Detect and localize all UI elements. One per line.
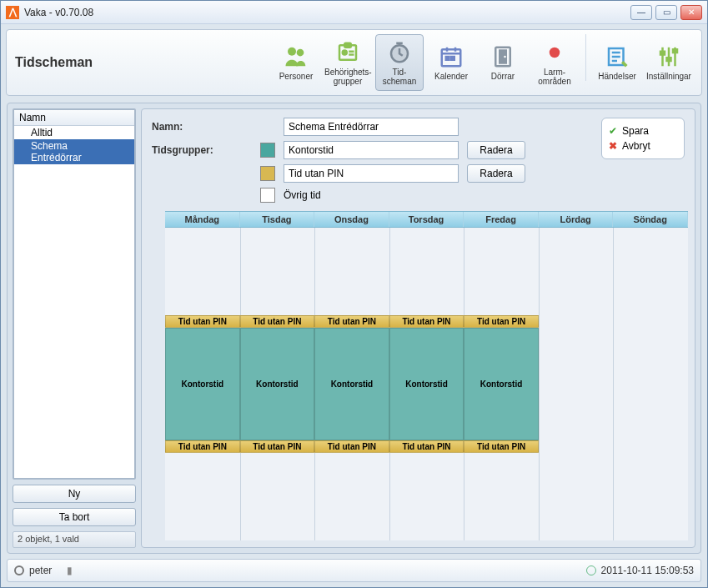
group2-input[interactable]	[284, 164, 459, 183]
block-pin[interactable]: Tid utan PIN	[165, 315, 240, 328]
color-swatch-2	[260, 166, 275, 181]
block-pin[interactable]: Tid utan PIN	[464, 315, 539, 328]
color-swatch-1	[260, 143, 275, 158]
maximize-button[interactable]: ▭	[655, 5, 677, 20]
server-icon: ▮	[67, 565, 73, 576]
delete-group1-button[interactable]: Radera	[467, 141, 525, 159]
block-pin[interactable]: Tid utan PIN	[240, 440, 315, 453]
grid-body[interactable]: Tid utan PINKontorstidTid utan PINTid ut…	[165, 228, 688, 540]
close-button[interactable]: ✕	[680, 5, 702, 20]
cross-icon: ✖	[609, 140, 617, 152]
clock-icon	[387, 40, 412, 65]
color-swatch-3	[260, 188, 275, 203]
day-header: Onsdag	[314, 212, 389, 227]
block-pin[interactable]: Tid utan PIN	[389, 315, 464, 328]
svg-point-11	[504, 56, 506, 58]
delete-group2-button[interactable]: Radera	[467, 164, 525, 183]
status-user: peter	[29, 565, 52, 576]
events-icon	[605, 44, 630, 69]
list-status: 2 objekt, 1 vald	[13, 531, 136, 548]
day-header: Tisdag	[240, 212, 315, 227]
list-item[interactable]: Schema Entrédörrar	[14, 139, 134, 164]
svg-point-4	[343, 50, 347, 54]
badge-icon	[335, 40, 360, 65]
toolbar-separator	[585, 34, 586, 81]
window-title: Vaka - v0.70.08	[24, 7, 93, 18]
block-kontorstid[interactable]: Kontorstid	[314, 328, 389, 440]
list-item[interactable]: Alltid	[14, 126, 134, 139]
sidebar: Namn Alltid Schema Entrédörrar Ny Ta bor…	[13, 108, 136, 548]
clock-small-icon	[586, 565, 596, 575]
toolbar-handelser[interactable]: Händelser	[593, 34, 641, 91]
block-pin[interactable]: Tid utan PIN	[389, 440, 464, 453]
toolbar-dorrar[interactable]: Dörrar	[479, 34, 527, 91]
svg-rect-7	[446, 57, 449, 60]
svg-point-1	[297, 49, 304, 57]
day-header: Söndag	[613, 212, 688, 227]
content-area: Namn Alltid Schema Entrédörrar Ny Ta bor…	[7, 103, 701, 554]
toolbar-kalender[interactable]: Kalender	[427, 34, 475, 91]
statusbar: peter ▮ 2011-10-11 15:09:53	[7, 559, 701, 582]
action-box: ✔ Spara ✖ Avbryt	[601, 118, 685, 159]
alarm-icon	[542, 40, 567, 65]
svg-rect-16	[673, 49, 677, 53]
main-toolbar: Tidscheman Personer Behörighets- grupper…	[6, 29, 702, 96]
page-title: Tidscheman	[15, 55, 93, 70]
svg-rect-3	[344, 43, 351, 47]
user-icon	[14, 565, 24, 575]
status-datetime: 2011-10-11 15:09:53	[601, 565, 694, 576]
toolbar-larm[interactable]: Larm- områden	[530, 34, 579, 91]
toolbar-behorighet[interactable]: Behörighets- grupper	[324, 34, 372, 91]
new-button[interactable]: Ny	[13, 485, 136, 503]
door-icon	[490, 44, 515, 69]
toolbar-tidscheman[interactable]: Tid- scheman	[375, 34, 424, 91]
check-icon: ✔	[609, 125, 617, 137]
svg-point-12	[550, 47, 560, 58]
titlebar: ⋀ Vaka - v0.70.08 — ▭ ✕	[1, 1, 707, 24]
block-pin[interactable]: Tid utan PIN	[464, 440, 539, 453]
app-icon: ⋀	[6, 6, 19, 19]
cancel-button[interactable]: ✖ Avbryt	[609, 138, 677, 153]
block-pin[interactable]: Tid utan PIN	[240, 315, 315, 328]
block-kontorstid[interactable]: Kontorstid	[240, 328, 315, 440]
minimize-button[interactable]: —	[630, 5, 652, 20]
svg-rect-15	[667, 58, 671, 61]
schedule-grid[interactable]: Måndag Tisdag Onsdag Torsdag Fredag Lörd…	[165, 211, 688, 540]
day-header: Fredag	[464, 212, 539, 227]
delete-button[interactable]: Ta bort	[13, 508, 136, 526]
block-pin[interactable]: Tid utan PIN	[165, 440, 240, 453]
list-header: Namn	[14, 110, 134, 126]
save-button[interactable]: ✔ Spara	[609, 123, 677, 138]
day-header-row: Måndag Tisdag Onsdag Torsdag Fredag Lörd…	[165, 211, 688, 228]
block-pin[interactable]: Tid utan PIN	[314, 315, 389, 328]
svg-point-0	[288, 48, 296, 56]
svg-rect-8	[451, 57, 454, 60]
day-header: Lördag	[539, 212, 614, 227]
block-kontorstid[interactable]: Kontorstid	[464, 328, 539, 440]
app-window: ⋀ Vaka - v0.70.08 — ▭ ✕ Tidscheman Perso…	[0, 0, 708, 588]
tidsgrupper-label: Tidsgrupper:	[152, 144, 252, 156]
block-pin[interactable]: Tid utan PIN	[314, 440, 389, 453]
name-label: Namn:	[152, 121, 252, 133]
name-input[interactable]	[284, 118, 459, 136]
group3-label: Övrig tid	[284, 189, 459, 201]
schedule-list[interactable]: Namn Alltid Schema Entrédörrar	[13, 108, 136, 480]
detail-panel: Namn: Tidsgrupper: Radera Radera Övrig t…	[141, 108, 695, 548]
toolbar-installningar[interactable]: Inställningar	[645, 34, 693, 91]
calendar-icon	[439, 44, 464, 69]
day-header: Måndag	[165, 212, 240, 227]
people-icon	[284, 44, 309, 69]
group1-input[interactable]	[284, 141, 459, 159]
block-kontorstid[interactable]: Kontorstid	[165, 328, 240, 440]
day-header: Torsdag	[389, 212, 464, 227]
settings-icon	[656, 44, 681, 69]
svg-rect-14	[660, 52, 665, 55]
toolbar-personer[interactable]: Personer	[272, 34, 320, 91]
block-kontorstid[interactable]: Kontorstid	[389, 328, 464, 440]
